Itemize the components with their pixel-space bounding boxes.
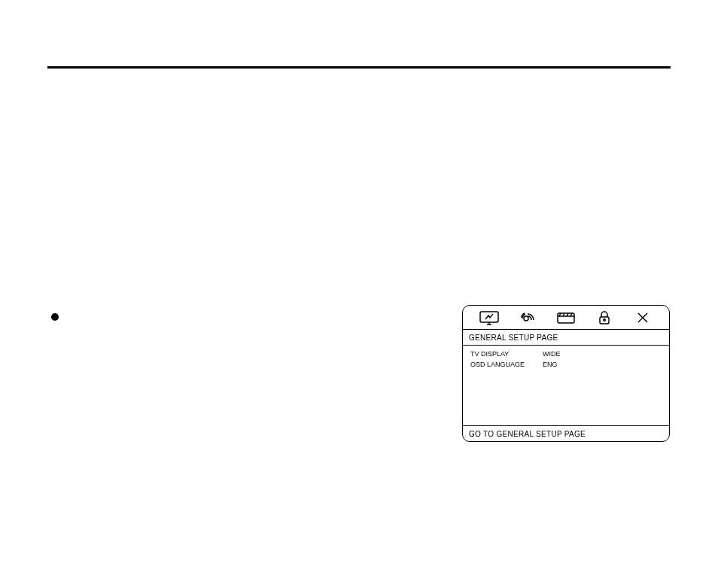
osd-body: TV DISPLAY WIDE OSD LANGUAGE ENG	[463, 346, 669, 425]
close-icon	[632, 309, 653, 326]
osd-row-label: TV DISPLAY	[470, 350, 543, 358]
video-icon	[555, 309, 577, 326]
monitor-icon	[479, 309, 500, 326]
svg-point-1	[524, 316, 528, 321]
osd-row-label: OSD LANGUAGE	[470, 361, 543, 368]
osd-row-value: ENG	[543, 361, 558, 368]
osd-menu: GENERAL SETUP PAGE TV DISPLAY WIDE OSD L…	[462, 305, 670, 442]
svg-point-4	[603, 318, 605, 321]
svg-rect-3	[600, 317, 609, 324]
osd-row-value: WIDE	[543, 350, 561, 358]
horizontal-rule	[47, 66, 671, 69]
osd-tab-row	[463, 306, 669, 330]
bullet-marker	[51, 313, 59, 321]
document-page: GENERAL SETUP PAGE TV DISPLAY WIDE OSD L…	[0, 0, 718, 588]
osd-title-text: GENERAL SETUP PAGE	[469, 334, 558, 342]
osd-row: OSD LANGUAGE ENG	[470, 359, 662, 370]
osd-row: TV DISPLAY WIDE	[470, 349, 662, 359]
osd-footer-text: GO TO GENERAL SETUP PAGE	[469, 430, 586, 438]
osd-footer: GO TO GENERAL SETUP PAGE	[463, 425, 669, 441]
audio-icon	[517, 309, 538, 326]
osd-title: GENERAL SETUP PAGE	[463, 330, 669, 346]
lock-icon	[594, 309, 615, 326]
